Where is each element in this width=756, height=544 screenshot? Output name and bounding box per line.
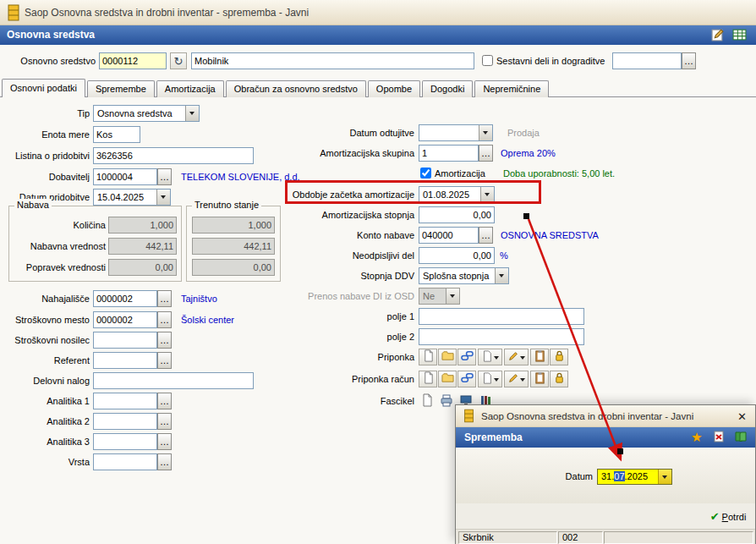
priponka-link-button[interactable] — [457, 349, 476, 365]
am-skupina-input[interactable] — [419, 145, 479, 162]
analitika1-lookup-button[interactable]: … — [157, 393, 172, 409]
lock-icon — [553, 349, 566, 365]
chevron-down-icon — [494, 378, 499, 384]
help-book-button[interactable] — [733, 430, 748, 445]
tab-osnovni-podatki[interactable]: Osnovni podatki — [2, 79, 85, 97]
analitika3-lookup-button[interactable]: … — [157, 433, 172, 450]
components-input[interactable] — [612, 52, 682, 69]
priponka-new-button[interactable] — [419, 349, 437, 365]
priponka-racun-link-button[interactable] — [457, 371, 476, 387]
priponka-racun-new-button[interactable] — [419, 371, 437, 387]
stroskovno-mesto-lookup-button[interactable]: … — [157, 311, 172, 328]
tab-amortizacija[interactable]: Amortizacija — [156, 80, 224, 97]
priponka-racun-label: Priponka račun — [245, 371, 414, 387]
stroskovni-nosilec-lookup-button[interactable]: … — [157, 332, 172, 349]
enota-mere-input[interactable] — [93, 126, 140, 143]
favorite-button[interactable]: ★ — [689, 430, 704, 445]
obdobje-label: Obdobje začetka amortizacije — [245, 186, 414, 203]
nahajalisce-lookup-button[interactable]: … — [157, 290, 172, 307]
vrsta-lookup-button[interactable]: … — [157, 453, 172, 470]
chevron-down-icon[interactable] — [156, 190, 170, 205]
stopnja-ddv-select[interactable]: Splošna stopnja — [419, 267, 509, 284]
tab-spremembe[interactable]: Spremembe — [87, 80, 155, 97]
chevron-down-icon[interactable] — [658, 470, 671, 484]
neodpisljivi-label: Neodpisljivi del — [245, 247, 414, 264]
analitika2-lookup-button[interactable]: … — [157, 413, 172, 430]
delovni-nalog-input[interactable] — [93, 372, 254, 389]
analitika2-label: Analitika 2 — [0, 413, 90, 430]
discard-button[interactable] — [711, 430, 726, 445]
components-checkbox[interactable] — [482, 55, 493, 66]
check-icon: ✔ — [710, 510, 720, 523]
konto-nabave-lookup-button[interactable]: … — [479, 227, 493, 244]
dobavitelj-lookup-button[interactable]: … — [157, 168, 172, 185]
priponka-open-button[interactable] — [438, 349, 457, 365]
konto-nabave-input[interactable] — [419, 227, 479, 244]
priponka-paste-button[interactable] — [530, 349, 549, 365]
referent-input[interactable] — [93, 352, 157, 369]
nabavna-vrednost-label: Nabavna vrednost — [13, 238, 106, 255]
printer-icon — [440, 393, 453, 409]
obdobje-select[interactable]: 01.08.2025 — [419, 186, 495, 203]
vrsta-label: Vrsta — [0, 453, 90, 470]
nahajalisce-input[interactable] — [93, 290, 157, 307]
tab-nepremicnine[interactable]: Nepremičnine — [474, 80, 549, 97]
components-lookup-button[interactable]: … — [682, 52, 696, 69]
tip-select[interactable]: Osnovna sredstva — [93, 105, 200, 122]
stroskovni-nosilec-input[interactable] — [93, 332, 157, 349]
refresh-button[interactable]: ↻ — [170, 52, 187, 69]
datum-pridobitve-select[interactable]: 15.04.2025 — [93, 189, 171, 206]
fascikel-document-button[interactable] — [419, 393, 436, 409]
close-icon: ✕ — [737, 410, 747, 423]
neodpisljivi-input[interactable] — [419, 247, 495, 264]
nabavna-vrednost-nabava-input — [108, 238, 177, 255]
close-button[interactable]: ✕ — [732, 408, 749, 425]
stroskovno-mesto-input[interactable] — [93, 311, 157, 328]
analitika2-input[interactable] — [93, 413, 157, 430]
prenos-label: Prenos nabave DI iz OSD — [245, 288, 414, 305]
chevron-down-icon[interactable] — [480, 187, 494, 202]
chevron-down-icon — [520, 378, 525, 384]
analitika3-input[interactable] — [93, 433, 157, 450]
datum-odtujitve-select[interactable] — [419, 124, 493, 141]
dobavitelj-input[interactable] — [93, 168, 157, 185]
grid-view-button[interactable] — [731, 27, 748, 43]
priponka-racun-edit-button[interactable] — [504, 371, 529, 387]
document-icon — [420, 393, 434, 409]
priponka-racun-lock-button[interactable] — [550, 371, 568, 387]
vrsta-input[interactable] — [93, 453, 157, 470]
book-icon — [734, 433, 748, 446]
nahajalisce-label: Nahajališče — [0, 290, 90, 307]
priponka-view-button[interactable] — [478, 349, 502, 365]
window-titlebar: Saop Osnovna sredstva in drobni inventar… — [0, 0, 756, 25]
priponka-racun-view-button[interactable] — [478, 371, 502, 387]
amortizacija-checkbox[interactable] — [420, 168, 431, 179]
polje2-input[interactable] — [419, 328, 584, 345]
fascikel-printer-button[interactable] — [438, 393, 455, 409]
referent-lookup-button[interactable]: … — [157, 352, 172, 369]
am-stopnja-input[interactable] — [419, 206, 495, 223]
priponka-racun-paste-button[interactable] — [530, 371, 549, 387]
confirm-button[interactable]: ✔ Potrdi — [702, 507, 754, 525]
tab-opombe[interactable]: Opombe — [368, 80, 420, 97]
chevron-down-icon[interactable] — [185, 106, 199, 121]
polje1-input[interactable] — [419, 308, 584, 325]
listina-input[interactable] — [93, 147, 254, 164]
priponka-edit-button[interactable] — [504, 349, 529, 365]
priponka-lock-button[interactable] — [550, 349, 568, 365]
asset-code-input[interactable] — [99, 52, 167, 69]
chevron-down-icon[interactable] — [495, 268, 508, 283]
chevron-down-icon[interactable] — [479, 125, 492, 140]
tab-obracun[interactable]: Obračun za osnovno sredstvo — [226, 80, 366, 97]
dobavitelj-label: Dobavitelj — [0, 168, 90, 185]
am-skupina-label: Amortizacijska skupina — [245, 145, 414, 162]
am-skupina-lookup-button[interactable]: … — [479, 145, 493, 162]
edit-button[interactable] — [709, 27, 726, 43]
tab-dogodki[interactable]: Dogodki — [422, 80, 473, 97]
components-label: Sestavni deli in dograditve — [496, 52, 605, 69]
priponka-racun-open-button[interactable] — [438, 371, 457, 387]
dialog-datum-select[interactable]: 31.07.2025 — [597, 469, 672, 485]
analitika1-input[interactable] — [93, 393, 157, 409]
asset-name-input[interactable] — [191, 52, 474, 69]
lock-icon — [553, 371, 566, 387]
